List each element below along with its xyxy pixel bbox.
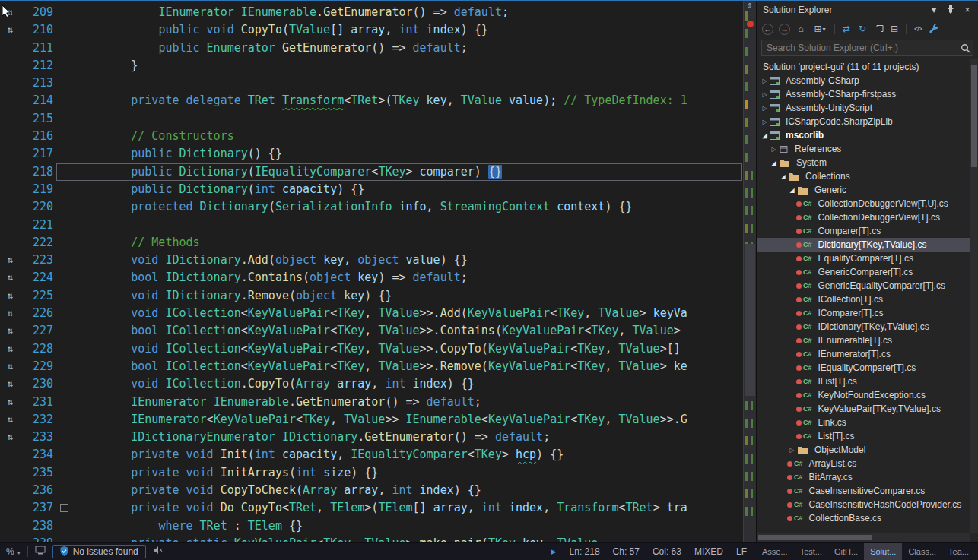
collapse-arrow-icon[interactable]: ◢ (760, 132, 770, 139)
tree-item[interactable]: C#EqualityComparer[T].cs (757, 252, 978, 265)
tree-item[interactable]: C#CollectionDebuggerView[T,U].cs (757, 197, 978, 210)
home-icon[interactable]: ⌂ (794, 22, 808, 36)
expand-arrow-icon[interactable]: ▷ (760, 78, 770, 84)
editor-scrollbar[interactable]: ⇕ (743, 1, 756, 542)
tree-item[interactable]: C#KeyNotFoundException.cs (757, 388, 978, 402)
code-line[interactable]: ⇅229 bool ICollection<KeyValuePair<TKey,… (0, 358, 743, 375)
view-code-icon[interactable]: </> (911, 22, 925, 36)
tree-item[interactable]: C#IEnumerable[T].cs (757, 334, 978, 347)
tree-item[interactable]: C#CollectionBase.cs (757, 511, 978, 525)
sync-with-active-document-icon[interactable]: ⇄ (840, 22, 853, 36)
column-indicator[interactable]: Col: 63 (653, 546, 681, 557)
scrollbar-thumb[interactable] (745, 244, 755, 396)
code-line[interactable]: ⇅223 void IDictionary.Add(object key, ob… (0, 252, 743, 269)
interface-impl-icon[interactable]: ⇅ (7, 325, 12, 336)
code-text[interactable]: private static KeyValuePair<TKey, TValue… (76, 535, 743, 542)
tree-item[interactable]: ▷ObjectModel (757, 443, 978, 457)
tree-item[interactable]: C#IDictionary[TKey,TValue].cs (757, 320, 978, 334)
code-line[interactable]: 215 (0, 110, 743, 128)
code-text[interactable]: // Constructors (76, 128, 743, 145)
code-line[interactable]: 222 // Methods (0, 234, 743, 252)
code-line[interactable]: ⇅226 void ICollection<KeyValuePair<TKey,… (0, 305, 743, 322)
code-text[interactable]: IEnumerator IEnumerable.GetEnumerator() … (76, 394, 743, 411)
tree-item[interactable]: C#Comparer[T].cs (757, 224, 978, 238)
code-text[interactable]: private void Do_CopyTo<TRet, TElem>(TEle… (76, 499, 743, 517)
code-text[interactable] (76, 217, 743, 234)
tree-item[interactable]: ▷References (757, 142, 978, 156)
code-text[interactable]: void ICollection<KeyValuePair<TKey, TVal… (76, 305, 743, 322)
code-text[interactable]: bool ICollection<KeyValuePair<TKey, TVal… (76, 358, 743, 375)
mute-notifications-icon[interactable] (153, 546, 163, 557)
scrollbar-thumb[interactable] (758, 535, 872, 540)
interface-impl-icon[interactable]: ⇅ (7, 397, 12, 407)
code-line[interactable]: 234 private void Init(int capacity, IEqu… (0, 446, 743, 464)
code-line[interactable]: 239 private static KeyValuePair<TKey, TV… (0, 535, 743, 542)
interface-impl-icon[interactable]: ⇅ (7, 308, 12, 318)
interface-impl-icon[interactable]: ⇅ (7, 343, 12, 354)
line-indicator[interactable]: Ln: 218 (570, 546, 600, 557)
tree-item[interactable]: C#CollectionDebuggerView[T].cs (757, 210, 978, 224)
switch-views-icon[interactable]: ⊞▾ (810, 22, 830, 36)
tool-window-tab[interactable]: Asse... (756, 543, 794, 560)
tree-item[interactable]: C#ArrayList.cs (757, 457, 978, 470)
tree-item[interactable]: C#IEnumerator[T].cs (757, 347, 978, 361)
code-line[interactable]: ⇅233 IDictionaryEnumerator IDictionary.G… (0, 429, 743, 446)
code-text[interactable]: private void CopyToCheck(Array array, in… (76, 482, 743, 499)
expand-arrow-icon[interactable]: ▷ (760, 119, 770, 125)
tree-item[interactable]: C#GenericEqualityComparer[T].cs (757, 279, 978, 293)
code-text[interactable]: IEnumerator IEnumerable.GetEnumerator() … (76, 4, 743, 21)
code-line[interactable]: 212 } (0, 57, 743, 74)
interface-impl-icon[interactable]: ⇅ (7, 272, 12, 283)
code-text[interactable]: public Dictionary(int capacity) {} (76, 181, 743, 198)
code-text[interactable]: void IDictionary.Remove(object key) {} (76, 287, 743, 305)
tree-item[interactable]: C#IEqualityComparer[T].cs (757, 361, 978, 375)
code-text[interactable]: public Dictionary(IEqualityComparer<TKey… (76, 163, 743, 181)
tree-horizontal-scrollbar[interactable] (757, 533, 970, 542)
tree-item[interactable]: ▷ICSharpCode.SharpZipLib (757, 115, 978, 128)
tree-item[interactable]: Solution 'project-gui' (11 of 11 project… (757, 60, 978, 74)
tool-window-tab[interactable]: Tea... (942, 543, 975, 560)
char-indicator[interactable]: Ch: 57 (613, 546, 640, 557)
code-line[interactable]: 216 // Constructors (0, 128, 743, 145)
expand-arrow-icon[interactable]: ▷ (760, 91, 770, 98)
chevron-down-icon[interactable]: ▾ (928, 5, 940, 15)
search-icon[interactable] (957, 43, 973, 53)
tree-item[interactable]: C#CaseInsensitiveHashCodeProvider.cs (757, 498, 978, 511)
tree-item[interactable]: ◢Generic (757, 183, 978, 197)
code-text[interactable]: public Enumerator GetEnumerator() => def… (76, 40, 743, 57)
code-text[interactable]: void ICollection<KeyValuePair<TKey, TVal… (76, 340, 743, 358)
code-line[interactable]: ⇅210 public void CopyTo(TValue[] array, … (0, 21, 743, 39)
code-text[interactable]: bool IDictionary.Contains(object key) =>… (76, 269, 743, 286)
code-text[interactable]: protected Dictionary(SerializationInfo i… (76, 198, 743, 216)
code-text[interactable]: IDictionaryEnumerator IDictionary.GetEnu… (76, 429, 743, 446)
tree-item[interactable]: C#Link.cs (757, 416, 978, 429)
screen-icon[interactable] (35, 546, 46, 557)
code-line[interactable]: 236 private void CopyToCheck(Array array… (0, 482, 743, 499)
interface-impl-icon[interactable]: ⇅ (7, 290, 12, 301)
code-text[interactable] (76, 110, 743, 128)
code-text[interactable]: private delegate TRet Transform<TRet>(TK… (76, 92, 743, 109)
code-line[interactable]: ⇅232 IEnumerator<KeyValuePair<TKey, TVal… (0, 411, 743, 429)
tree-item[interactable]: ▷Assembly-UnityScript (757, 101, 978, 115)
tool-window-tab[interactable]: Test... (794, 543, 828, 560)
interface-impl-icon[interactable]: ⇅ (7, 432, 12, 442)
properties-wrench-icon[interactable] (927, 22, 941, 36)
pin-icon[interactable] (945, 4, 957, 16)
collapse-arrow-icon[interactable]: ◢ (787, 187, 797, 194)
expand-arrow-icon[interactable]: ▷ (769, 146, 779, 153)
fold-collapse-icon[interactable]: − (60, 504, 68, 512)
code-line[interactable]: ⇅224 bool IDictionary.Contains(object ke… (0, 269, 743, 286)
code-text[interactable] (76, 74, 743, 92)
tree-item[interactable]: C#CaseInsensitiveComparer.cs (757, 484, 978, 498)
code-line[interactable]: ⇅225 void IDictionary.Remove(object key)… (0, 287, 743, 305)
collapse-arrow-icon[interactable]: ◢ (778, 173, 788, 180)
code-line[interactable]: 214 private delegate TRet Transform<TRet… (0, 92, 743, 109)
code-line[interactable]: 211 public Enumerator GetEnumerator() =>… (0, 40, 743, 57)
code-line[interactable]: 235 private void InitArrays(int size) {} (0, 464, 743, 482)
show-all-files-icon[interactable] (872, 22, 885, 36)
encoding-indicator[interactable]: MIXED (694, 546, 723, 557)
code-text[interactable]: IEnumerator<KeyValuePair<TKey, TValue>> … (76, 411, 743, 429)
issues-indicator[interactable]: No issues found (52, 545, 146, 558)
tool-window-tab[interactable]: Solut... (864, 543, 902, 560)
code-line[interactable]: 219 public Dictionary(int capacity) {} (0, 181, 743, 198)
